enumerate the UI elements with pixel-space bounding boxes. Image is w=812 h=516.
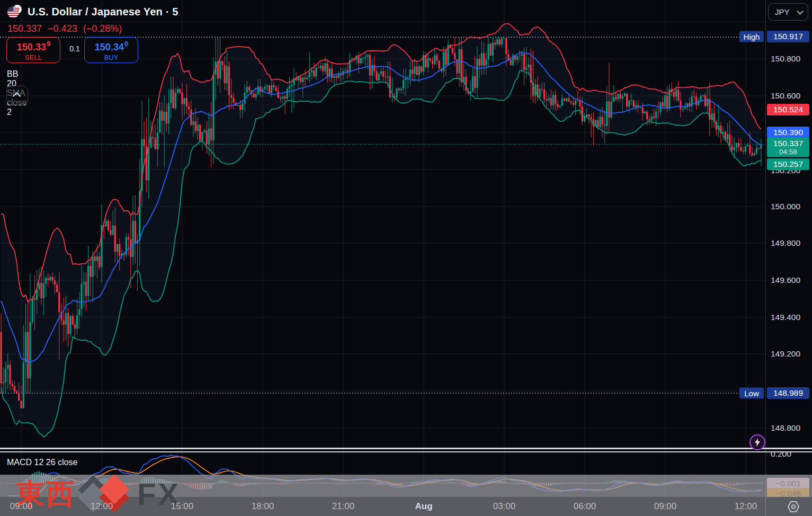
- bottom-overlay-band: [0, 475, 812, 497]
- axis-price-badge: 150.917: [767, 31, 809, 42]
- high-label: High: [739, 31, 764, 42]
- price-axis[interactable]: JPY High150.917150.800150.600150.524150.…: [765, 0, 812, 497]
- last-price: 150.337: [7, 23, 42, 34]
- last-price-row: 150.337 −0.423 (−0.28%): [7, 23, 125, 34]
- currency-pair-icon: [7, 5, 23, 19]
- sell-button[interactable]: 150.339 SELL: [6, 37, 60, 63]
- symbol-title[interactable]: U.S. Dollar / Japanese Yen · 5: [28, 6, 179, 18]
- axis-price-label: 149.400: [771, 313, 800, 322]
- spread-value: 0.1: [66, 45, 84, 53]
- us-flag-icon: [7, 6, 19, 18]
- chevron-up-icon: [13, 92, 21, 101]
- axis-price-label: 150.600: [771, 91, 800, 101]
- axis-price-label: 150.800: [771, 54, 800, 64]
- axis-price-badge: 150.390: [767, 127, 809, 138]
- boost-button[interactable]: [749, 434, 765, 450]
- collapse-legend-button[interactable]: [6, 86, 28, 105]
- buy-button[interactable]: 150.340 BUY: [84, 37, 138, 63]
- currency-select-value: JPY: [775, 7, 790, 16]
- trading-app: 09:0012:0015:0018:0021:00Aug03:0006:0009…: [0, 0, 812, 516]
- lightning-icon: [754, 438, 761, 447]
- axis-price-label: 149.800: [771, 238, 800, 248]
- price-change: −0.423: [48, 23, 77, 34]
- settings-button[interactable]: [786, 500, 801, 513]
- time-axis-bar[interactable]: [0, 497, 812, 516]
- gear-icon: [786, 500, 801, 513]
- pane-resize-handle[interactable]: [0, 448, 812, 453]
- axis-price-badge: 150.524: [767, 104, 809, 115]
- axis-price-label: 150.000: [771, 202, 800, 211]
- macd-indicator-label[interactable]: MACD 12 26 close: [7, 458, 77, 467]
- chevron-down-icon: [797, 8, 804, 15]
- axis-price-label: 148.800: [771, 423, 800, 433]
- axis-price-badge: 148.989: [767, 387, 809, 399]
- currency-select[interactable]: JPY: [768, 3, 808, 21]
- axis-price-label: 149.200: [771, 349, 800, 359]
- low-label: Low: [739, 388, 764, 399]
- price-chart[interactable]: [0, 0, 765, 497]
- axis-corner-divider: [765, 497, 766, 516]
- price-change-percent: (−0.28%): [83, 23, 122, 34]
- axis-price-badge: 150.33704:58: [767, 138, 809, 157]
- axis-price-label: 149.600: [771, 275, 800, 285]
- axis-price-badge: 150.257: [767, 158, 809, 170]
